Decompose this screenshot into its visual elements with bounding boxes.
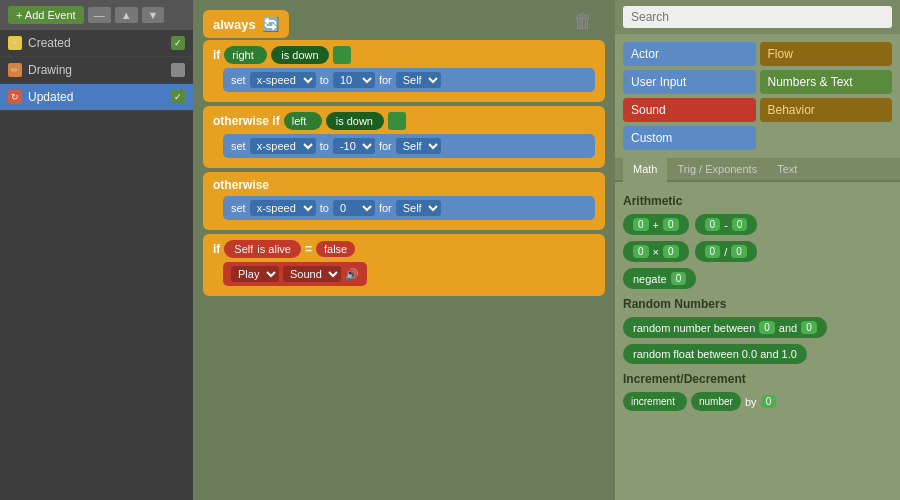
to-label-3: to	[320, 202, 329, 214]
value-select-1[interactable]: 10 -10 0	[333, 72, 375, 88]
tab-math[interactable]: Math	[623, 158, 667, 182]
cat-flow-button[interactable]: Flow	[760, 42, 893, 66]
random-and: and	[779, 322, 797, 334]
self-select-alive[interactable]: Self	[234, 243, 253, 255]
xspeed-select-3[interactable]: x-speed	[250, 200, 316, 216]
otherwise-if-row: otherwise if left right is down is up	[213, 112, 595, 130]
play-block: Play Sound 🔊	[223, 262, 367, 286]
tab-trig[interactable]: Trig / Exponents	[667, 158, 767, 182]
cat-behavior-button[interactable]: Behavior	[760, 98, 893, 122]
is-alive-label: is alive	[257, 243, 291, 255]
add-sub-row: 0 + 0 0 - 0	[623, 214, 892, 235]
negate-row: negate 0	[623, 268, 892, 289]
negate-label: negate	[633, 273, 667, 285]
is-down-dropdown-2[interactable]: is down is up	[326, 112, 384, 130]
is-down-select[interactable]: is down is up	[281, 49, 319, 61]
random-between-chip[interactable]: random number between 0 and 0	[623, 317, 827, 338]
div-num1: 0	[705, 245, 721, 258]
to-label-2: to	[320, 140, 329, 152]
blocks-panel: Arithmetic 0 + 0 0 - 0 0 × 0 0 / 0	[615, 182, 900, 500]
cat-custom-button[interactable]: Custom	[623, 126, 756, 150]
otherwise-if-block: otherwise if left right is down is up se…	[203, 106, 605, 168]
tab-text[interactable]: Text	[767, 158, 807, 182]
cat-sound-button[interactable]: Sound	[623, 98, 756, 122]
play-select[interactable]: Play	[231, 266, 279, 282]
sub-chip[interactable]: 0 - 0	[695, 214, 758, 235]
self-select-2[interactable]: Self	[396, 138, 441, 154]
negate-chip[interactable]: negate 0	[623, 268, 696, 289]
by-num: 0	[761, 395, 777, 408]
always-block: always 🔄	[203, 10, 289, 38]
add-num1: 0	[633, 218, 649, 231]
random-num2: 0	[801, 321, 817, 334]
right-dropdown[interactable]: right left up down	[224, 46, 267, 64]
drawing-check	[171, 63, 185, 77]
sound-select[interactable]: Sound	[283, 266, 341, 282]
sidebar-item-created[interactable]: ✦ Created ✓	[0, 30, 193, 57]
for-label-1: for	[379, 74, 392, 86]
sidebar-item-label: Drawing	[28, 63, 165, 77]
left-dropdown[interactable]: left right	[284, 112, 322, 130]
otherwise-keyword: otherwise	[213, 178, 269, 192]
self-alive-pill[interactable]: Self is alive	[224, 240, 301, 258]
cat-numbers-button[interactable]: Numbers & Text	[760, 70, 893, 94]
otherwise-block: otherwise set x-speed to 0 10 -10 for Se…	[203, 172, 605, 230]
created-check: ✓	[171, 36, 185, 50]
increment-row: increment decrement number by 0	[623, 392, 892, 411]
for-label-3: for	[379, 202, 392, 214]
condition-box-2	[388, 112, 406, 130]
sub-num2: 0	[732, 218, 748, 231]
tab-row: Math Trig / Exponents Text	[615, 158, 900, 182]
cat-actor-button[interactable]: Actor	[623, 42, 756, 66]
set-block-1: set x-speed y-speed to 10 -10 0 for Self	[223, 68, 595, 92]
add-num2: 0	[663, 218, 679, 231]
is-down-dropdown[interactable]: is down is up	[271, 46, 329, 64]
add-chip[interactable]: 0 + 0	[623, 214, 689, 235]
sidebar-header: + Add Event — ▲ ▼	[0, 0, 193, 30]
mul-chip[interactable]: 0 × 0	[623, 241, 689, 262]
value-select-3[interactable]: 0 10 -10	[333, 200, 375, 216]
div-chip[interactable]: 0 / 0	[695, 241, 757, 262]
mul-div-row: 0 × 0 0 / 0	[623, 241, 892, 262]
mul-num1: 0	[633, 245, 649, 258]
increment-label: Increment/Decrement	[623, 372, 892, 386]
self-select-3[interactable]: Self	[396, 200, 441, 216]
otherwise-if-keyword: otherwise if	[213, 114, 280, 128]
increment-chip[interactable]: increment decrement	[623, 392, 687, 411]
xspeed-select-2[interactable]: x-speed y-speed	[250, 138, 316, 154]
arithmetic-label: Arithmetic	[623, 194, 892, 208]
set-block-3: set x-speed to 0 10 -10 for Self	[223, 196, 595, 220]
minus-sign: -	[724, 219, 728, 231]
value-select-2[interactable]: -10 10 0	[333, 138, 375, 154]
left-select[interactable]: left right	[292, 115, 314, 127]
sidebar-item-drawing[interactable]: ✏ Drawing	[0, 57, 193, 84]
self-select-1[interactable]: Self	[396, 72, 441, 88]
add-event-button[interactable]: + Add Event	[8, 6, 84, 24]
collapse-button[interactable]: —	[88, 7, 111, 23]
category-grid: Actor Flow User Input Numbers & Text Sou…	[615, 34, 900, 158]
negate-num: 0	[671, 272, 687, 285]
move-down-button[interactable]: ▼	[142, 7, 165, 23]
number-select[interactable]: number	[699, 396, 733, 407]
sidebar-item-updated[interactable]: ↻ Updated ✓	[0, 84, 193, 111]
to-label-1: to	[320, 74, 329, 86]
increment-select[interactable]: increment decrement	[631, 396, 679, 407]
move-up-button[interactable]: ▲	[115, 7, 138, 23]
number-chip[interactable]: number	[691, 392, 741, 411]
search-input[interactable]	[623, 6, 892, 28]
if-alive-block: if Self is alive = false Play Sound 🔊	[203, 234, 605, 296]
cat-user-input-button[interactable]: User Input	[623, 70, 756, 94]
direction-select[interactable]: right left up down	[232, 49, 259, 61]
always-label: always	[213, 17, 256, 32]
condition-box-1	[333, 46, 351, 64]
is-down-select-2[interactable]: is down is up	[336, 115, 374, 127]
set-block-2: set x-speed y-speed to -10 10 0 for Self	[223, 134, 595, 158]
if-keyword-2: if	[213, 242, 220, 256]
xspeed-select-1[interactable]: x-speed y-speed	[250, 72, 316, 88]
always-loop-icon: 🔄	[262, 16, 279, 32]
random-float-chip[interactable]: random float between 0.0 and 1.0	[623, 344, 807, 364]
set-label-2: set	[231, 140, 246, 152]
mul-sign: ×	[653, 246, 659, 258]
set-label: set	[231, 74, 246, 86]
trash-icon[interactable]: 🗑	[573, 10, 605, 42]
